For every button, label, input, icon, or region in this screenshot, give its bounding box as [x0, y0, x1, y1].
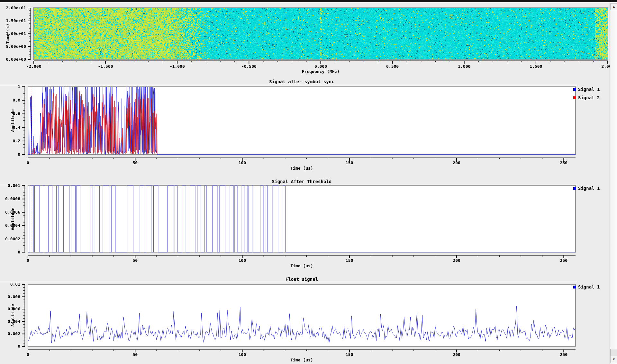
plot-title: Signal After Threshold	[28, 179, 576, 184]
panel-divider	[0, 282, 577, 282]
plot-title: Float signal	[28, 277, 576, 282]
svg-text:200: 200	[453, 160, 460, 165]
svg-text:0.0006: 0.0006	[5, 210, 20, 215]
svg-text:0.00e+00: 0.00e+00	[6, 57, 26, 62]
legend-label: Signal 1	[578, 284, 600, 289]
legend-swatch-signal-1	[573, 88, 576, 91]
svg-text:0.0008: 0.0008	[5, 196, 20, 201]
svg-text:50: 50	[132, 160, 138, 165]
panel-divider	[0, 185, 577, 185]
svg-text:2.00e+01: 2.00e+01	[6, 5, 26, 10]
svg-text:0.4: 0.4	[13, 125, 21, 130]
application-window: -2.000-1.500-1.000-0.5000.0000.5001.0001…	[0, 0, 617, 364]
svg-text:150: 150	[346, 258, 353, 263]
scroll-down-button[interactable]: ▼	[610, 356, 617, 363]
svg-text:0.006: 0.006	[8, 306, 20, 311]
svg-text:0.8: 0.8	[13, 98, 21, 102]
legend-item-signal-2: Signal 2	[573, 95, 600, 100]
svg-text:Time (us): Time (us)	[290, 263, 313, 268]
svg-text:250: 250	[560, 258, 568, 263]
svg-text:0: 0	[27, 352, 29, 357]
scroll-up-icon: ▲	[613, 5, 615, 8]
legend-label: Signal 1	[578, 186, 600, 191]
svg-text:Frequency (MHz): Frequency (MHz)	[302, 69, 340, 74]
scroll-up-button[interactable]: ▲	[610, 3, 617, 10]
svg-text:0.0004: 0.0004	[5, 223, 20, 228]
svg-text:250: 250	[560, 160, 568, 165]
svg-text:250: 250	[560, 352, 568, 357]
panel-divider	[0, 85, 577, 85]
svg-text:200: 200	[453, 352, 460, 357]
window-top-edge	[0, 0, 617, 2]
legend-swatch-signal-1	[573, 187, 576, 190]
svg-text:0: 0	[18, 152, 20, 157]
legend-label: Signal 1	[578, 87, 600, 92]
legend-item-signal-1: Signal 1	[573, 285, 600, 289]
svg-text:200: 200	[453, 258, 460, 263]
svg-text:1.000: 1.000	[458, 64, 470, 69]
svg-text:1.50e+01: 1.50e+01	[6, 18, 26, 23]
svg-text:Time (us): Time (us)	[290, 166, 313, 171]
svg-text:1.500: 1.500	[530, 64, 542, 69]
svg-text:-1.000: -1.000	[170, 64, 185, 69]
svg-text:150: 150	[346, 352, 353, 357]
svg-text:50: 50	[132, 258, 138, 263]
svg-text:0: 0	[18, 250, 20, 254]
svg-text:0.500: 0.500	[386, 64, 399, 69]
svg-text:0.01: 0.01	[10, 282, 20, 287]
spectrogram-canvas	[34, 8, 608, 59]
svg-text:0: 0	[18, 344, 20, 349]
svg-text:150: 150	[346, 160, 353, 165]
svg-text:0.002: 0.002	[8, 331, 20, 336]
svg-text:0.004: 0.004	[8, 319, 20, 324]
scrollbar-thumb[interactable]	[610, 349, 617, 356]
svg-text:0.6: 0.6	[13, 111, 21, 116]
svg-text:Amplitude: Amplitude	[10, 304, 15, 327]
svg-text:0: 0	[27, 258, 29, 263]
legend-swatch-signal-1	[573, 286, 576, 289]
svg-text:100: 100	[239, 258, 246, 263]
scroll-down-icon: ▼	[613, 358, 615, 361]
svg-text:Amplitude: Amplitude	[10, 109, 15, 132]
plot-title: Signal after symbol sync	[28, 79, 576, 84]
svg-text:100: 100	[239, 160, 246, 165]
svg-text:0.008: 0.008	[8, 294, 20, 299]
svg-text:-1.500: -1.500	[98, 64, 113, 69]
svg-text:5.00e+00: 5.00e+00	[6, 44, 26, 49]
svg-text:0: 0	[27, 160, 29, 165]
svg-text:0.000: 0.000	[314, 64, 327, 69]
svg-text:Amplitude: Amplitude	[10, 208, 15, 230]
svg-text:Time (s): Time (s)	[5, 24, 10, 44]
svg-text:1.00e+01: 1.00e+01	[6, 31, 26, 36]
vertical-scrollbar[interactable]: ▲ ▼	[610, 2, 617, 364]
svg-text:0.0002: 0.0002	[5, 236, 20, 241]
svg-text:50: 50	[132, 352, 138, 357]
svg-text:0.001: 0.001	[8, 183, 20, 188]
legend-swatch-signal-2	[573, 96, 576, 99]
svg-text:Time (us): Time (us)	[290, 358, 313, 362]
legend-item-signal-1: Signal 1	[573, 87, 600, 92]
legend-item-signal-1: Signal 1	[573, 186, 600, 191]
legend-label: Signal 2	[578, 95, 600, 100]
svg-text:-2.000: -2.000	[26, 64, 41, 69]
svg-text:100: 100	[239, 352, 246, 357]
svg-text:-0.500: -0.500	[241, 64, 257, 69]
svg-text:0.2: 0.2	[13, 138, 20, 143]
